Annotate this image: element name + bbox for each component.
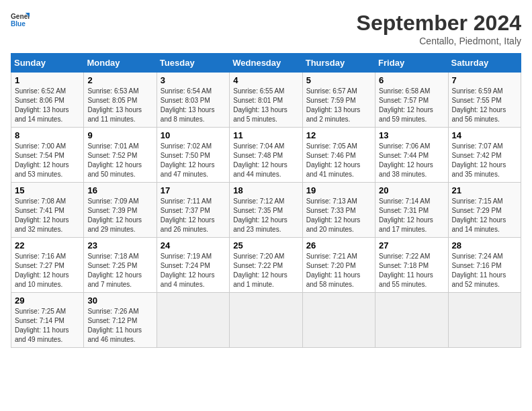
logo: General Blue	[11, 11, 30, 30]
week-row: 8 Sunrise: 7:00 AMSunset: 7:54 PMDayligh…	[11, 128, 521, 183]
table-row: 28 Sunrise: 7:24 AMSunset: 7:16 PMDaylig…	[448, 238, 521, 293]
location: Centallo, Piedmont, Italy	[357, 36, 521, 46]
week-row: 22 Sunrise: 7:16 AMSunset: 7:27 PMDaylig…	[11, 238, 521, 293]
title-block: September 2024 Centallo, Piedmont, Italy	[357, 11, 521, 46]
week-row: 1 Sunrise: 6:52 AMSunset: 8:06 PMDayligh…	[11, 73, 521, 128]
table-row: 2 Sunrise: 6:53 AMSunset: 8:05 PMDayligh…	[84, 73, 157, 128]
table-row: 21 Sunrise: 7:15 AMSunset: 7:29 PMDaylig…	[448, 183, 521, 238]
table-row: 29 Sunrise: 7:25 AMSunset: 7:14 PMDaylig…	[11, 293, 84, 348]
table-row: 23 Sunrise: 7:18 AMSunset: 7:25 PMDaylig…	[84, 238, 157, 293]
col-wednesday: Wednesday	[230, 54, 302, 73]
table-row: 11 Sunrise: 7:04 AMSunset: 7:48 PMDaylig…	[230, 128, 302, 183]
table-row: 13 Sunrise: 7:06 AMSunset: 7:44 PMDaylig…	[375, 128, 448, 183]
empty-cell	[230, 293, 302, 348]
table-row: 19 Sunrise: 7:13 AMSunset: 7:33 PMDaylig…	[302, 183, 375, 238]
col-sunday: Sunday	[11, 54, 84, 73]
table-row: 20 Sunrise: 7:14 AMSunset: 7:31 PMDaylig…	[375, 183, 448, 238]
table-row: 15 Sunrise: 7:08 AMSunset: 7:41 PMDaylig…	[11, 183, 84, 238]
table-row: 18 Sunrise: 7:12 AMSunset: 7:35 PMDaylig…	[230, 183, 302, 238]
table-row: 5 Sunrise: 6:57 AMSunset: 7:59 PMDayligh…	[302, 73, 375, 128]
table-row: 8 Sunrise: 7:00 AMSunset: 7:54 PMDayligh…	[11, 128, 84, 183]
table-row: 30 Sunrise: 7:26 AMSunset: 7:12 PMDaylig…	[84, 293, 157, 348]
col-tuesday: Tuesday	[157, 54, 229, 73]
calendar-table: Sunday Monday Tuesday Wednesday Thursday…	[11, 53, 521, 348]
table-row: 27 Sunrise: 7:22 AMSunset: 7:18 PMDaylig…	[375, 238, 448, 293]
table-row: 10 Sunrise: 7:02 AMSunset: 7:50 PMDaylig…	[157, 128, 229, 183]
week-row: 29 Sunrise: 7:25 AMSunset: 7:14 PMDaylig…	[11, 293, 521, 348]
table-row: 4 Sunrise: 6:55 AMSunset: 8:01 PMDayligh…	[230, 73, 302, 128]
empty-cell	[448, 293, 521, 348]
empty-cell	[157, 293, 229, 348]
table-row: 9 Sunrise: 7:01 AMSunset: 7:52 PMDayligh…	[84, 128, 157, 183]
header-row: Sunday Monday Tuesday Wednesday Thursday…	[11, 54, 521, 73]
table-row: 14 Sunrise: 7:07 AMSunset: 7:42 PMDaylig…	[448, 128, 521, 183]
col-friday: Friday	[375, 54, 448, 73]
col-saturday: Saturday	[448, 54, 521, 73]
table-row: 16 Sunrise: 7:09 AMSunset: 7:39 PMDaylig…	[84, 183, 157, 238]
table-row: 6 Sunrise: 6:58 AMSunset: 7:57 PMDayligh…	[375, 73, 448, 128]
col-monday: Monday	[84, 54, 157, 73]
table-row: 3 Sunrise: 6:54 AMSunset: 8:03 PMDayligh…	[157, 73, 229, 128]
svg-text:Blue: Blue	[11, 20, 26, 28]
table-row: 1 Sunrise: 6:52 AMSunset: 8:06 PMDayligh…	[11, 73, 84, 128]
col-thursday: Thursday	[302, 54, 375, 73]
logo-icon: General Blue	[11, 11, 30, 30]
empty-cell	[375, 293, 448, 348]
table-row: 22 Sunrise: 7:16 AMSunset: 7:27 PMDaylig…	[11, 238, 84, 293]
week-row: 15 Sunrise: 7:08 AMSunset: 7:41 PMDaylig…	[11, 183, 521, 238]
month-title: September 2024	[357, 11, 521, 36]
table-row: 17 Sunrise: 7:11 AMSunset: 7:37 PMDaylig…	[157, 183, 229, 238]
page-header: General Blue September 2024 Centallo, Pi…	[11, 11, 521, 46]
table-row: 7 Sunrise: 6:59 AMSunset: 7:55 PMDayligh…	[448, 73, 521, 128]
table-row: 24 Sunrise: 7:19 AMSunset: 7:24 PMDaylig…	[157, 238, 229, 293]
table-row: 25 Sunrise: 7:20 AMSunset: 7:22 PMDaylig…	[230, 238, 302, 293]
empty-cell	[302, 293, 375, 348]
table-row: 26 Sunrise: 7:21 AMSunset: 7:20 PMDaylig…	[302, 238, 375, 293]
table-row: 12 Sunrise: 7:05 AMSunset: 7:46 PMDaylig…	[302, 128, 375, 183]
